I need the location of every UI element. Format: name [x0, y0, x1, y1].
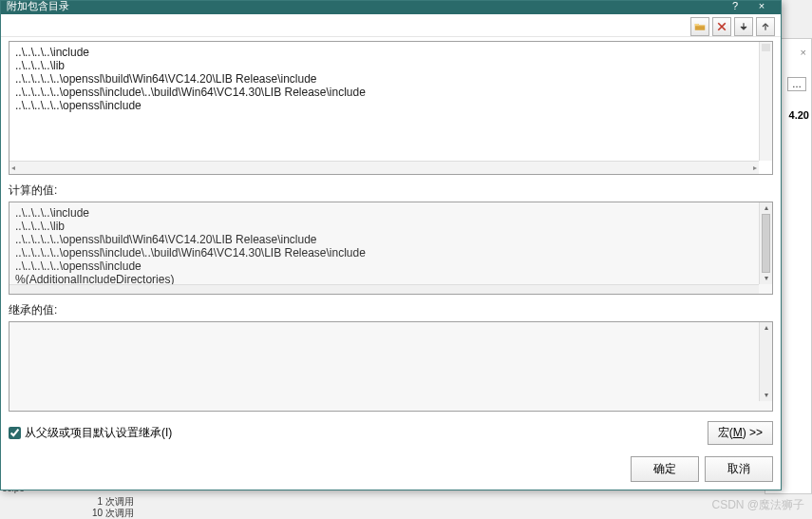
more-button[interactable]: … — [787, 77, 806, 91]
inherited-values-box: ▴ ▾ — [9, 321, 773, 412]
help-button[interactable]: ? — [722, 1, 748, 10]
toolbar — [1, 14, 781, 37]
evaluated-label: 计算的值: — [9, 183, 773, 199]
close-button[interactable]: × — [748, 1, 775, 10]
close-icon[interactable]: × — [801, 47, 806, 58]
arrow-down-icon — [738, 21, 749, 32]
horizontal-scrollbar[interactable] — [9, 284, 759, 294]
move-down-button[interactable] — [734, 17, 753, 36]
new-line-button[interactable] — [690, 17, 709, 36]
macros-button[interactable]: 宏(M) >> — [708, 421, 773, 445]
additional-include-dirs-dialog: 附加包含目录 ? × ..\..\..\..\include ..\..\..\… — [0, 0, 782, 490]
arrow-up-icon — [760, 21, 771, 32]
evaluated-values-box: ..\..\..\..\include ..\..\..\..\lib ..\.… — [9, 202, 773, 294]
vertical-scrollbar[interactable]: ▴ ▾ — [759, 322, 772, 401]
inherit-checkbox-row[interactable]: 从父级或项目默认设置继承(I) — [9, 425, 172, 441]
inherit-checkbox[interactable] — [9, 427, 21, 439]
bg-call-list: 1 次调用 10 次调用 — [85, 496, 134, 519]
dialog-title: 附加包含目录 — [7, 1, 722, 10]
folder-icon — [694, 21, 706, 32]
cancel-button[interactable]: 取消 — [705, 456, 773, 482]
inherit-checkbox-label: 从父级或项目默认设置继承(I) — [25, 425, 172, 441]
titlebar: 附加包含目录 ? × — [1, 1, 781, 14]
horizontal-scrollbar[interactable]: ◂▸ — [9, 161, 759, 174]
vertical-scrollbar[interactable] — [759, 42, 772, 161]
version-label: 4.20 — [789, 109, 809, 121]
move-up-button[interactable] — [756, 17, 775, 36]
delete-button[interactable] — [712, 17, 731, 36]
ok-button[interactable]: 确定 — [631, 456, 699, 482]
watermark: CSDN @魔法狮子 — [711, 497, 804, 513]
paths-editor[interactable]: ..\..\..\..\include ..\..\..\..\lib ..\.… — [9, 41, 773, 175]
inherited-label: 继承的值: — [9, 302, 773, 318]
vertical-scrollbar[interactable]: ▴ ▾ — [759, 202, 772, 283]
delete-x-icon — [716, 21, 727, 32]
